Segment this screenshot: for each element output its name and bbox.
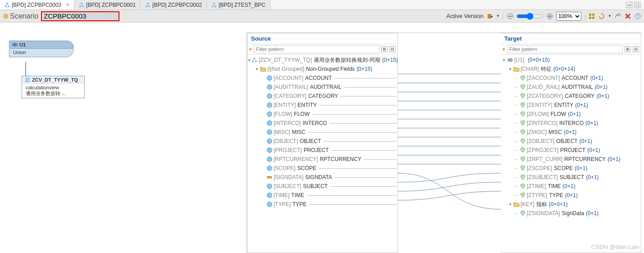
tab-label: [BPD] ZCPBPC0002 <box>152 2 202 8</box>
node-u1[interactable]: U1 Union <box>9 41 74 57</box>
svg-rect-22 <box>592 17 594 19</box>
watermark: CSDN @Idan Lian <box>591 244 639 250</box>
expand-all-icon[interactable]: ⊞ <box>381 46 388 52</box>
delete-icon[interactable] <box>624 13 631 20</box>
tree-field-row[interactable]: [ZSCOPE]SCOPE(0+1) <box>502 164 640 173</box>
zoom-in-icon[interactable] <box>546 13 553 20</box>
tree-field-row[interactable]: [SCOPE]SCOPE <box>248 164 397 173</box>
svg-rect-34 <box>254 58 256 60</box>
tab-zcpbpc0001[interactable]: [BPD] ZCPBPC0001 <box>74 0 141 9</box>
tree-row[interactable]: ▾[ZCV_DT_TYYW_TQ]通用业务数据转换规则-同期(0+15) <box>248 55 397 64</box>
tree-field-row[interactable]: [FLOW]FLOW <box>248 110 397 119</box>
tree-field-row[interactable]: [ACCOUNT]ACCOUNT <box>248 74 397 83</box>
maximize-icon[interactable]: ▢ <box>634 2 640 8</box>
tree-field-row[interactable]: [ZACCOUNT]ACCOUNT(0+1) <box>502 74 640 83</box>
node-cv-type: calculationview <box>26 85 81 90</box>
expand-all-icon[interactable]: ⊞ <box>625 46 631 52</box>
node-cv-title: ZCV_DT_TYYW_TQ <box>32 77 78 83</box>
tab-zcpbpc0003[interactable]: [BPD] ZCPBPC0003 ✕ <box>0 0 74 9</box>
tree-field-row[interactable]: [ZCATEGORY]CATEGORY(0+1) <box>502 92 640 101</box>
tree-field-row[interactable]: [MISC]MISC <box>248 128 397 137</box>
dropdown-arrow-icon[interactable]: ▼ <box>608 14 612 18</box>
tree-field-row[interactable]: [ZSIGNDATA]SignData(0+1) <box>502 209 640 218</box>
tree-field-row[interactable]: [AUDITTRAIL]AUDITTRAIL <box>248 83 397 92</box>
tab-label: [BPD] ZCPBPC0001 <box>86 2 136 8</box>
tree-field-row[interactable]: [CATEGORY]CATEGORY <box>248 92 397 101</box>
collapse-all-icon[interactable]: ⊟ <box>389 46 396 52</box>
tree-field-row[interactable]: [ZTYPE]TYPE(0+1) <box>502 191 640 200</box>
minimize-icon[interactable]: ▭ <box>626 2 632 8</box>
target-header: Target <box>501 33 641 44</box>
svg-marker-42 <box>267 138 272 144</box>
tree-row[interactable]: ▾[§Not Grouped]Non-Grouped Fields(0+15) <box>248 64 397 74</box>
svg-marker-36 <box>267 84 272 90</box>
target-filter-input[interactable] <box>507 45 623 53</box>
tree-field-row[interactable]: [ZAUD_RAIL]AUDITTRAIL(0+1) <box>502 83 640 92</box>
svg-marker-39 <box>267 111 272 117</box>
source-filter-input[interactable] <box>254 45 379 53</box>
node-u1-body: Union <box>9 49 74 57</box>
diagram-canvas[interactable]: U1 Union ZCV_DT_TYYW_TQ calculationview … <box>0 23 247 253</box>
tree-field-row[interactable]: [ZPROJECT]PROJECT(0+1) <box>502 146 640 155</box>
svg-marker-41 <box>267 129 272 135</box>
help-icon[interactable]: ? <box>634 13 641 20</box>
scenario-input[interactable] <box>41 11 119 21</box>
svg-rect-10 <box>215 5 216 7</box>
tab-bar: [BPD] ZCPBPC0003 ✕ [BPD] ZCPBPC0001 [BPD… <box>0 0 644 10</box>
tree-field-row[interactable]: [PROJECT]PROJECT <box>248 146 397 155</box>
tree-field-row[interactable]: [INTERCO]INTERCO <box>248 119 397 128</box>
svg-rect-32 <box>252 60 254 62</box>
svg-rect-9 <box>212 5 214 7</box>
scenario-label: Scenario <box>10 12 38 20</box>
tree-field-row[interactable]: [ZENTITY]ENTITY(0+1) <box>502 101 640 110</box>
refresh-icon[interactable] <box>598 13 605 20</box>
tree-field-row[interactable]: [ZOBJECT]OBJECT(0+1) <box>502 137 640 146</box>
propagate-icon[interactable] <box>614 13 621 20</box>
tree-field-row[interactable]: [SUBJECT]SUBJECT <box>248 182 397 191</box>
svg-marker-44 <box>267 156 272 162</box>
tree-field-row[interactable]: [ZTIME]TIME(0+1) <box>502 182 640 191</box>
tab-label: [BPD] ZCPBPC0003 <box>12 2 61 8</box>
tree-field-row[interactable]: [ZSUBJECT]SUBJECT(0+1) <box>502 173 640 182</box>
tree-field-row[interactable]: [TYPE]TYPE <box>248 200 397 209</box>
tree-field-row[interactable]: [TIME]TIME <box>248 191 397 200</box>
tree-field-row[interactable]: [ZMISC]MISC(0+1) <box>502 128 640 137</box>
svg-rect-20 <box>592 14 594 16</box>
tree-field-row[interactable]: [ENTITY]ENTITY <box>248 101 397 110</box>
svg-rect-19 <box>589 14 591 16</box>
svg-rect-4 <box>82 5 84 7</box>
tree-row[interactable]: ▾[CHAR]特征(0+0+14) <box>502 64 640 74</box>
tab-zcpbpc0002[interactable]: [BPD] ZCPBPC0002 <box>141 0 207 9</box>
svg-rect-33 <box>255 60 257 62</box>
filter-icon: ▾ <box>502 46 505 52</box>
tree-field-row[interactable]: [SIGNDATA]SIGNDATA <box>248 173 397 182</box>
active-version-label: Active Version <box>447 13 484 19</box>
tree-field-row[interactable]: [ZINTERCO]INTERCO(0+1) <box>502 119 640 128</box>
collapse-all-icon[interactable]: ⊟ <box>633 46 639 52</box>
svg-marker-40 <box>267 120 272 126</box>
svg-rect-1 <box>8 5 9 7</box>
svg-rect-0 <box>5 5 7 7</box>
layout-icon[interactable] <box>588 13 595 20</box>
svg-point-65 <box>509 58 513 62</box>
zoom-select[interactable]: 100% <box>556 12 581 21</box>
source-pane: Source ▾ ⊞ ⊟ ▾[ZCV_DT_TYYW_TQ]通用业务数据转换规则… <box>247 33 398 253</box>
zoom-slider[interactable] <box>516 13 544 20</box>
svg-rect-8 <box>147 3 149 5</box>
svg-marker-51 <box>267 193 272 198</box>
tree-field-row[interactable]: [OBJECT]OBJECT <box>248 137 397 146</box>
close-icon[interactable]: ✕ <box>66 2 69 7</box>
tree-row[interactable]: ▾[KEY]指标(0+0+1) <box>502 200 640 209</box>
tree-field-row[interactable]: [RPTCURRENCY]RPTCURRENCY <box>248 155 397 164</box>
zoom-out-icon[interactable] <box>507 13 514 20</box>
dropdown-arrow-icon[interactable]: ▼ <box>496 14 500 18</box>
tab-ztest-bpc[interactable]: [BPD] ZTEST_BPC <box>207 0 270 9</box>
svg-rect-29 <box>25 78 30 82</box>
node-calcview[interactable]: ZCV_DT_TYYW_TQ calculationview 通用业务数据转 .… <box>22 76 85 98</box>
tree-field-row[interactable]: [ZFLOW]FLOW(0+1) <box>502 110 640 119</box>
tree-field-row[interactable]: [ZRPT_CURR]RPTCURRENCY(0+1) <box>502 155 640 164</box>
tree-row[interactable]: ▾[U1](0+0+15) <box>502 55 640 64</box>
svg-marker-35 <box>267 75 272 81</box>
tab-label: [BPD] ZTEST_BPC <box>219 2 265 8</box>
version-dropdown-icon[interactable] <box>486 13 493 20</box>
